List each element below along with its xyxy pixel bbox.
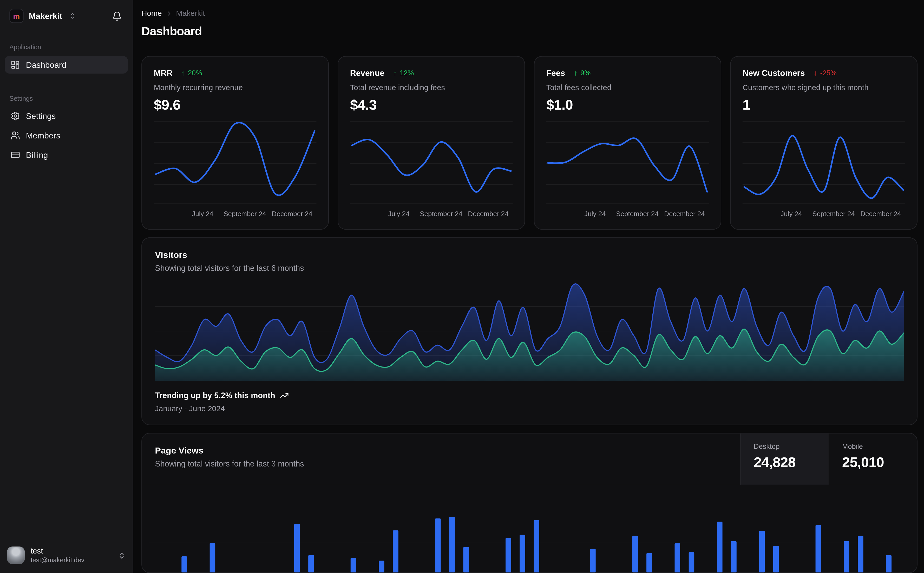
trending-up-icon: [280, 391, 289, 399]
visitors-footer: Trending up by 5.2% this month January -…: [155, 391, 904, 412]
sparkline-chart-area: July 24 September 24 December 24: [546, 118, 709, 219]
x-tick: September 24: [224, 210, 266, 218]
credit-card-icon: [11, 150, 20, 160]
arrow-up-icon: ↑: [181, 69, 185, 77]
page-views-header: Page Views Showing total visitors for th…: [142, 433, 917, 485]
stat-subtitle: Customers who signed up this month: [743, 83, 905, 92]
users-icon: [11, 131, 20, 140]
notifications-bell-button[interactable]: [111, 9, 123, 22]
bell-icon: [112, 11, 122, 21]
toggle-value: 24,828: [754, 454, 816, 470]
visitors-area-chart: [155, 281, 904, 381]
sidebar-item-label: Settings: [26, 111, 56, 121]
gear-icon: [11, 111, 20, 121]
sidebar-nav: Application Dashboard Settings Settings …: [0, 32, 133, 540]
x-axis-labels: July 24 September 24 December 24: [743, 210, 905, 219]
page-views-card: Page Views Showing total visitors for th…: [141, 432, 918, 573]
x-axis-labels: July 24 September 24 December 24: [154, 210, 317, 219]
main-content: Home Makerkit Dashboard MRR ↑20% Monthly…: [133, 0, 924, 573]
chevrons-up-down-icon: [118, 551, 125, 559]
page-views-title: Page Views: [155, 445, 727, 455]
sidebar-item-label: Dashboard: [26, 60, 66, 69]
x-tick: July 24: [584, 210, 606, 218]
user-email: test@makerkit.dev: [31, 557, 85, 564]
sidebar-item-label: Members: [26, 131, 60, 140]
user-avatar: [7, 546, 25, 564]
stat-value: 1: [743, 97, 905, 113]
arrow-up-icon: ↑: [574, 69, 577, 77]
visitors-title: Visitors: [155, 250, 904, 260]
toggle-label: Mobile: [842, 442, 904, 450]
chevrons-up-down-icon: [69, 13, 76, 19]
stat-title: New Customers: [743, 69, 805, 78]
user-menu[interactable]: test test@makerkit.dev: [0, 540, 133, 573]
stat-card-new-customers: New Customers ↓-25% Customers who signed…: [730, 56, 918, 230]
app-window: m Makerkit Application Dashboard Setting…: [0, 0, 924, 573]
sidebar-item-billing[interactable]: Billing: [5, 146, 128, 164]
x-tick: December 24: [468, 210, 509, 218]
stat-value: $4.3: [350, 97, 513, 113]
toggle-mobile[interactable]: Mobile 25,010: [828, 433, 917, 484]
sparkline-chart-area: July 24 September 24 December 24: [154, 118, 317, 219]
sidebar-item-settings[interactable]: Settings: [5, 107, 128, 125]
x-axis-labels: July 24 September 24 December 24: [546, 210, 709, 219]
sidebar-item-dashboard[interactable]: Dashboard: [5, 56, 128, 74]
revenue-sparkline-chart: [350, 118, 513, 206]
chevron-right-icon: [165, 9, 172, 17]
x-tick: December 24: [664, 210, 705, 218]
x-tick: July 24: [192, 210, 213, 218]
user-info: test test@makerkit.dev: [31, 547, 85, 564]
stat-value: $9.6: [154, 97, 317, 113]
page-title: Dashboard: [141, 25, 918, 38]
breadcrumb-current[interactable]: Makerkit: [176, 9, 205, 18]
breadcrumb: Home Makerkit: [141, 9, 918, 18]
x-tick: September 24: [812, 210, 855, 218]
toggle-desktop[interactable]: Desktop 24,828: [740, 433, 828, 484]
workspace-name: Makerkit: [29, 11, 63, 20]
x-tick: December 24: [860, 210, 901, 218]
mrr-sparkline-chart: [154, 118, 317, 206]
page-views-subtitle: Showing total visitors for the last 3 mo…: [155, 459, 727, 468]
toggle-label: Desktop: [754, 442, 816, 450]
sparkline-chart-area: July 24 September 24 December 24: [743, 118, 905, 219]
breadcrumb-home[interactable]: Home: [141, 9, 162, 18]
makerkit-logo: m: [9, 9, 24, 23]
x-tick: December 24: [271, 210, 312, 218]
arrow-up-icon: ↑: [393, 69, 397, 77]
user-name: test: [31, 547, 85, 554]
x-tick: July 24: [781, 210, 802, 218]
trend-badge: ↓-25%: [814, 69, 837, 77]
trend-badge: ↑20%: [181, 69, 202, 77]
workspace-selector[interactable]: m Makerkit: [0, 0, 133, 32]
stat-card-fees: Fees ↑9% Total fees collected $1.0 July …: [534, 56, 721, 230]
trend-badge: ↑9%: [574, 69, 590, 77]
arrow-down-icon: ↓: [814, 69, 817, 77]
stat-card-revenue: Revenue ↑12% Total revenue including fee…: [337, 56, 525, 230]
stat-title: MRR: [154, 69, 173, 78]
sidebar-item-label: Billing: [26, 150, 48, 160]
sidebar: m Makerkit Application Dashboard Setting…: [0, 0, 133, 573]
stat-title: Fees: [546, 69, 565, 78]
visitors-date-range: January - June 2024: [155, 404, 904, 412]
toggle-value: 25,010: [842, 454, 904, 470]
fees-sparkline-chart: [546, 118, 709, 206]
stat-subtitle: Total revenue including fees: [350, 83, 513, 92]
x-tick: July 24: [388, 210, 409, 218]
stat-title: Revenue: [350, 69, 384, 78]
stat-subtitle: Monthly recurring revenue: [154, 83, 317, 92]
nav-section-label-settings: Settings: [5, 95, 128, 102]
stat-card-mrr: MRR ↑20% Monthly recurring revenue $9.6 …: [141, 56, 329, 230]
new-customers-sparkline-chart: [743, 118, 905, 206]
sidebar-item-members[interactable]: Members: [5, 127, 128, 144]
visitors-chart-area: [155, 281, 904, 381]
x-axis-labels: July 24 September 24 December 24: [350, 210, 513, 219]
nav-section-label-application: Application: [5, 44, 128, 51]
visitors-card: Visitors Showing total visitors for the …: [141, 238, 918, 425]
x-tick: September 24: [420, 210, 463, 218]
dashboard-icon: [11, 60, 20, 69]
visitors-trend-text: Trending up by 5.2% this month: [155, 391, 275, 399]
trend-badge: ↑12%: [393, 69, 414, 77]
stat-cards-row: MRR ↑20% Monthly recurring revenue $9.6 …: [141, 56, 918, 230]
stat-value: $1.0: [546, 97, 709, 113]
stat-subtitle: Total fees collected: [546, 83, 709, 92]
